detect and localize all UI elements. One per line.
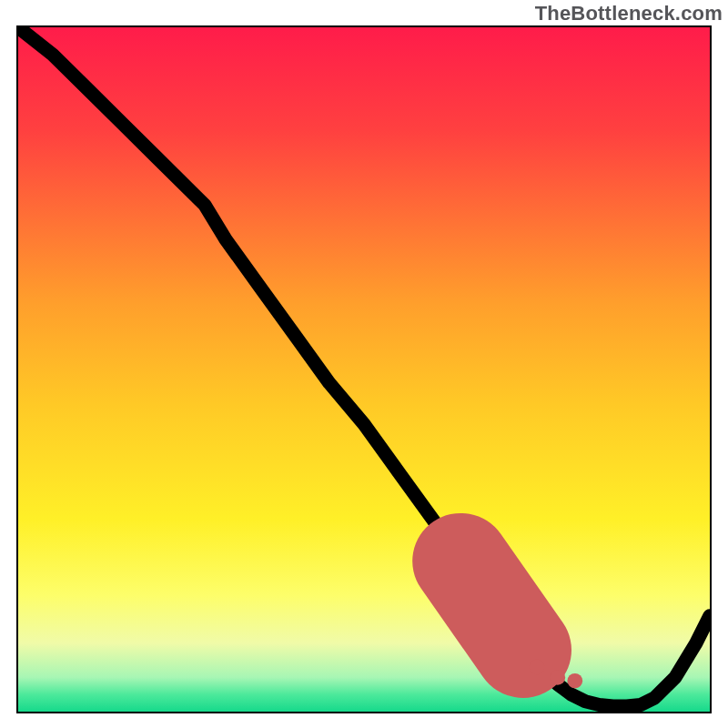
watermark-text: TheBottleneck.com xyxy=(535,2,723,25)
plot-area xyxy=(16,25,712,713)
chart-container: TheBottleneck.com xyxy=(0,0,728,728)
svg-rect-0 xyxy=(18,27,710,712)
background-heatmap xyxy=(18,27,710,712)
